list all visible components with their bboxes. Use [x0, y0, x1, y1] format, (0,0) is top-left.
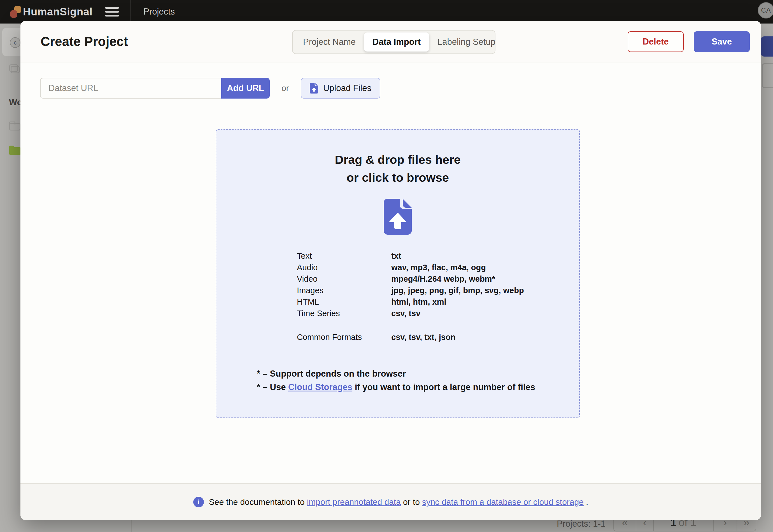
- note-browser-support: * – Support depends on the browser: [257, 367, 579, 381]
- dataset-url-row: Add URL or Upload Files: [40, 78, 380, 99]
- cloud-storages-link[interactable]: Cloud Storages: [288, 382, 352, 392]
- info-icon: i: [193, 497, 204, 507]
- or-separator: or: [281, 83, 289, 93]
- top-bar: HumanSignal Projects CA: [0, 0, 773, 24]
- create-project-modal: Create Project Project Name Data Import …: [20, 21, 761, 520]
- background-primary-button-clipped: [760, 36, 773, 57]
- folder-green-icon: [9, 147, 21, 155]
- dropzone-notes: * – Support depends on the browser * – U…: [257, 367, 579, 394]
- topbar-divider: [130, 0, 131, 24]
- common-formats-row: Common Formats csv, tsv, txt, json: [297, 332, 579, 343]
- note-cloud-storages: * – Use Cloud Storages if you want to im…: [257, 381, 579, 394]
- format-row: HTML html, htm, xml: [297, 296, 579, 308]
- save-button[interactable]: Save: [694, 31, 750, 52]
- format-row: Time Series csv, tsv: [297, 308, 579, 319]
- projects-stack-icon: [9, 64, 20, 74]
- modal-header: Create Project Project Name Data Import …: [20, 21, 761, 62]
- import-preannotated-data-link[interactable]: import preannotated data: [307, 497, 401, 507]
- tab-project-name[interactable]: Project Name: [295, 32, 364, 52]
- format-row: Text txt: [297, 250, 579, 262]
- dataset-url-input[interactable]: [40, 78, 221, 99]
- background-column-divider: [131, 520, 132, 532]
- user-avatar[interactable]: CA: [758, 2, 773, 18]
- supported-formats-table: Text txt Audio wav, mp3, flac, m4a, ogg …: [297, 250, 579, 343]
- upload-files-label: Upload Files: [323, 83, 371, 93]
- format-row: Video mpeg4/H.264 webp, webm*: [297, 273, 579, 285]
- tab-data-import[interactable]: Data Import: [364, 32, 429, 52]
- footer-text: See the documentation to: [209, 497, 305, 507]
- file-upload-icon: [384, 199, 412, 235]
- dropzone-headline-line2: or click to browse: [216, 169, 579, 186]
- background-avatar: c: [10, 37, 20, 48]
- background-outlined-control-clipped: [762, 63, 773, 88]
- dropzone-headline-line1: Drag & drop files here: [216, 151, 579, 169]
- tab-labeling-setup[interactable]: Labeling Setup: [429, 32, 504, 52]
- add-url-button[interactable]: Add URL: [221, 78, 270, 99]
- topbar-page-title[interactable]: Projects: [143, 7, 175, 17]
- delete-button[interactable]: Delete: [628, 31, 684, 52]
- upload-files-button[interactable]: Upload Files: [301, 78, 380, 99]
- format-row: Images jpg, jpeg, png, gif, bmp, svg, we…: [297, 285, 579, 296]
- modal-footer: i See the documentation to import preann…: [20, 483, 761, 520]
- hamburger-menu-icon[interactable]: [105, 7, 119, 17]
- workspaces-heading-clipped: Wo: [9, 97, 22, 108]
- sync-data-link[interactable]: sync data from a database or cloud stora…: [422, 497, 584, 507]
- drag-drop-zone[interactable]: Drag & drop files here or click to brows…: [216, 129, 580, 418]
- folder-icon: [9, 123, 20, 130]
- header-actions: Delete Save: [628, 31, 750, 52]
- file-upload-small-icon: [310, 83, 318, 94]
- dropzone-headline: Drag & drop files here or click to brows…: [216, 151, 579, 186]
- modal-title: Create Project: [41, 34, 128, 49]
- humansignal-logo-icon: [10, 6, 21, 18]
- projects-count-summary: Projects: 1-1: [557, 519, 606, 529]
- format-row: Audio wav, mp3, flac, m4a, ogg: [297, 262, 579, 273]
- brand-name: HumanSignal: [23, 6, 92, 18]
- wizard-steps: Project Name Data Import Labeling Setup: [292, 30, 495, 54]
